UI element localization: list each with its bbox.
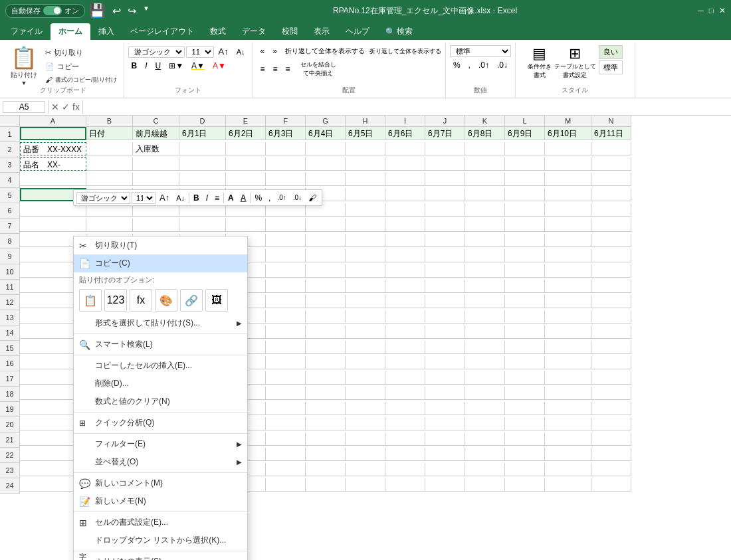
font-name-select[interactable]: 游ゴシック: [128, 46, 185, 58]
maximize-button[interactable]: □: [709, 6, 714, 15]
cell-k24[interactable]: [465, 478, 505, 492]
cell-j2[interactable]: [425, 142, 465, 155]
cm-cut[interactable]: ✂ 切り取り(T): [74, 236, 247, 254]
cell-l21[interactable]: [505, 432, 545, 446]
cell-e4[interactable]: [226, 173, 266, 186]
cell-k6[interactable]: [465, 203, 505, 217]
cell-m21[interactable]: [545, 432, 591, 446]
cell-l23[interactable]: [505, 463, 545, 476]
cell-h12[interactable]: [346, 295, 385, 308]
underline-button[interactable]: U: [152, 60, 165, 72]
cell-n8[interactable]: [591, 234, 631, 247]
cell-h4[interactable]: [346, 173, 385, 186]
cell-j10[interactable]: [425, 264, 465, 278]
mini-align-button[interactable]: ≡: [212, 192, 222, 204]
cell-h7[interactable]: [346, 219, 385, 232]
cell-e2[interactable]: [226, 142, 266, 155]
cell-j5[interactable]: [425, 188, 465, 201]
cell-f23[interactable]: [266, 463, 306, 476]
cell-m9[interactable]: [545, 249, 591, 262]
cell-a2[interactable]: 品番 XX-XXXX: [20, 142, 86, 155]
mini-size-select[interactable]: 11: [132, 192, 156, 204]
cell-j4[interactable]: [425, 173, 465, 186]
cell-m10[interactable]: [545, 264, 591, 278]
paste-button[interactable]: 📋 貼り付け ▼: [7, 43, 41, 89]
cell-k5[interactable]: [465, 188, 505, 201]
cell-d4[interactable]: [179, 173, 226, 186]
cell-a7[interactable]: [20, 219, 86, 232]
cell-f3[interactable]: [266, 157, 306, 171]
cell-j22[interactable]: [425, 448, 465, 461]
cell-m13[interactable]: [545, 310, 591, 324]
cell-b2[interactable]: [86, 142, 133, 155]
cell-h1[interactable]: 6月5日: [346, 127, 385, 140]
cancel-formula-icon[interactable]: ✕: [51, 102, 59, 112]
cm-insert-copied[interactable]: コピーしたセルの挿入(E)...: [74, 357, 247, 375]
format-painter-button[interactable]: 🖌 書式のコピー/貼り付け: [43, 74, 120, 86]
standard-style[interactable]: 標準: [599, 60, 623, 74]
cm-new-note[interactable]: 📝 新しいメモ(N): [74, 492, 247, 510]
cell-a1[interactable]: [20, 127, 86, 140]
autosave-toggle-switch[interactable]: [43, 6, 62, 15]
paste-opt-4[interactable]: 🎨: [155, 289, 177, 312]
cell-n14[interactable]: [591, 326, 631, 339]
cell-c2[interactable]: 入庫数: [133, 142, 179, 155]
cell-g17[interactable]: [306, 371, 346, 385]
paste-opt-3[interactable]: fx: [130, 289, 152, 312]
cell-n21[interactable]: [591, 432, 631, 446]
cell-i5[interactable]: [385, 188, 425, 201]
cell-f13[interactable]: [266, 310, 306, 324]
cell-l9[interactable]: [505, 249, 545, 262]
cell-i14[interactable]: [385, 326, 425, 339]
tab-search[interactable]: 🔍 検索: [377, 23, 421, 40]
cell-i17[interactable]: [385, 371, 425, 385]
cell-m2[interactable]: [545, 142, 591, 155]
cell-n4[interactable]: [591, 173, 631, 186]
cell-m16[interactable]: [545, 356, 591, 369]
cell-f18[interactable]: [266, 387, 306, 400]
cell-n6[interactable]: [591, 203, 631, 217]
cell-f10[interactable]: [266, 264, 306, 278]
cell-b3[interactable]: [86, 157, 133, 171]
cell-n1[interactable]: 6月11日: [591, 127, 631, 140]
cell-m4[interactable]: [545, 173, 591, 186]
cell-d7[interactable]: [179, 219, 226, 232]
cell-h18[interactable]: [346, 387, 385, 400]
cell-m6[interactable]: [545, 203, 591, 217]
cell-j16[interactable]: [425, 356, 465, 369]
tab-home[interactable]: ホーム: [51, 23, 90, 40]
mini-grow-button[interactable]: A↑: [157, 191, 172, 204]
indent-decrease-button[interactable]: «: [257, 45, 268, 57]
cell-a3[interactable]: 品名 XX-: [20, 157, 86, 171]
cell-g9[interactable]: [306, 249, 346, 262]
font-color-button[interactable]: A▼: [209, 60, 229, 72]
mini-italic-button[interactable]: I: [203, 192, 211, 204]
cm-furigana[interactable]: 字亜 ふりがなの表示(S): [74, 553, 247, 560]
cell-l15[interactable]: [505, 341, 545, 354]
wrap-text-button[interactable]: 折り返して全体を表示する: [282, 45, 368, 57]
cell-k1[interactable]: 6月8日: [465, 127, 505, 140]
cell-k20[interactable]: [465, 417, 505, 430]
cell-k4[interactable]: [465, 173, 505, 186]
copy-button[interactable]: 📄 コピー: [43, 60, 120, 73]
cell-j20[interactable]: [425, 417, 465, 430]
cell-h16[interactable]: [346, 356, 385, 369]
mini-dec1-button[interactable]: .0↑: [274, 193, 288, 203]
mini-font-select[interactable]: 游ゴシック: [76, 192, 130, 204]
cell-i20[interactable]: [385, 417, 425, 430]
cell-f22[interactable]: [266, 448, 306, 461]
cell-d1[interactable]: 6月1日: [179, 127, 226, 140]
cell-g10[interactable]: [306, 264, 346, 278]
cm-delete[interactable]: 削除(D)...: [74, 375, 247, 393]
cell-i3[interactable]: [385, 157, 425, 171]
tab-help[interactable]: ヘルプ: [338, 23, 377, 40]
cell-j24[interactable]: [425, 478, 465, 492]
cell-i24[interactable]: [385, 478, 425, 492]
cell-l17[interactable]: [505, 371, 545, 385]
cell-l3[interactable]: [505, 157, 545, 171]
cell-g1[interactable]: 6月4日: [306, 127, 346, 140]
cell-i19[interactable]: [385, 402, 425, 415]
tab-formulas[interactable]: 数式: [202, 23, 234, 40]
cm-filter[interactable]: フィルター(E): [74, 435, 247, 453]
cm-sort[interactable]: 並べ替え(O): [74, 453, 247, 471]
